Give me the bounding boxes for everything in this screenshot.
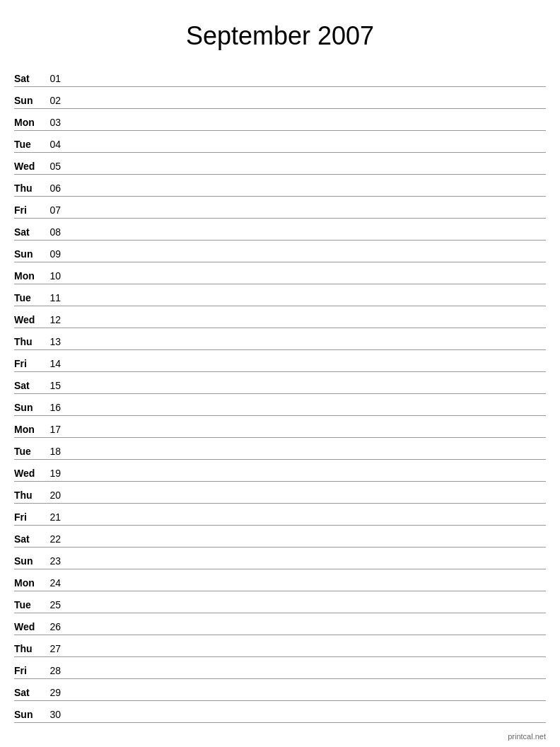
day-name: Sat bbox=[14, 226, 41, 238]
day-number: 03 bbox=[41, 117, 61, 129]
table-row: Wed19 bbox=[14, 460, 546, 482]
day-number: 10 bbox=[41, 270, 61, 282]
table-row: Sun23 bbox=[14, 548, 546, 569]
table-row: Wed12 bbox=[14, 306, 546, 328]
day-number: 20 bbox=[41, 490, 61, 502]
day-name: Sat bbox=[14, 380, 41, 392]
day-name: Sun bbox=[14, 248, 41, 260]
day-line bbox=[61, 501, 546, 502]
table-row: Tue25 bbox=[14, 591, 546, 613]
day-name: Sat bbox=[14, 687, 41, 699]
day-line bbox=[61, 720, 546, 721]
day-name: Sun bbox=[14, 555, 41, 567]
day-name: Tue bbox=[14, 599, 41, 611]
day-number: 22 bbox=[41, 533, 61, 545]
day-number: 27 bbox=[41, 643, 61, 655]
table-row: Mon24 bbox=[14, 569, 546, 591]
day-name: Wed bbox=[14, 468, 41, 480]
day-line bbox=[61, 676, 546, 677]
day-name: Fri bbox=[14, 204, 41, 216]
table-row: Tue18 bbox=[14, 438, 546, 460]
day-name: Sun bbox=[14, 709, 41, 721]
day-name: Thu bbox=[14, 183, 41, 195]
day-line bbox=[61, 413, 546, 414]
day-line bbox=[61, 479, 546, 480]
day-name: Mon bbox=[14, 270, 41, 282]
day-line bbox=[61, 654, 546, 655]
day-line bbox=[61, 106, 546, 107]
day-number: 30 bbox=[41, 709, 61, 721]
day-number: 17 bbox=[41, 424, 61, 436]
day-name: Sat bbox=[14, 73, 41, 85]
table-row: Sun16 bbox=[14, 394, 546, 416]
day-number: 05 bbox=[41, 161, 61, 173]
day-name: Mon bbox=[14, 424, 41, 436]
day-name: Fri bbox=[14, 358, 41, 370]
day-number: 21 bbox=[41, 511, 61, 523]
day-number: 13 bbox=[41, 336, 61, 348]
day-number: 25 bbox=[41, 599, 61, 611]
day-line bbox=[61, 84, 546, 85]
table-row: Fri21 bbox=[14, 504, 546, 526]
day-line bbox=[61, 325, 546, 326]
day-number: 02 bbox=[41, 95, 61, 107]
day-line bbox=[61, 282, 546, 282]
table-row: Sun09 bbox=[14, 241, 546, 262]
day-line bbox=[61, 369, 546, 370]
day-number: 08 bbox=[41, 226, 61, 238]
day-name: Mon bbox=[14, 577, 41, 589]
table-row: Thu20 bbox=[14, 482, 546, 504]
day-line bbox=[61, 391, 546, 392]
page-title: September 2007 bbox=[14, 14, 546, 51]
table-row: Sat29 bbox=[14, 679, 546, 701]
day-line bbox=[61, 698, 546, 699]
table-row: Fri28 bbox=[14, 657, 546, 679]
table-row: Thu13 bbox=[14, 328, 546, 350]
day-line bbox=[61, 260, 546, 260]
day-number: 18 bbox=[41, 446, 61, 458]
day-number: 23 bbox=[41, 555, 61, 567]
table-row: Thu06 bbox=[14, 175, 546, 197]
day-line bbox=[61, 347, 546, 348]
day-line bbox=[61, 435, 546, 436]
footer-text: printcal.net bbox=[508, 732, 546, 741]
table-row: Wed26 bbox=[14, 613, 546, 635]
day-line bbox=[61, 523, 546, 523]
table-row: Sun30 bbox=[14, 701, 546, 723]
day-number: 28 bbox=[41, 665, 61, 677]
day-line bbox=[61, 194, 546, 195]
table-row: Sat08 bbox=[14, 219, 546, 241]
day-name: Thu bbox=[14, 336, 41, 348]
day-line bbox=[61, 567, 546, 567]
day-number: 06 bbox=[41, 183, 61, 195]
table-row: Sun02 bbox=[14, 87, 546, 109]
day-line bbox=[61, 238, 546, 238]
table-row: Mon17 bbox=[14, 416, 546, 438]
day-line bbox=[61, 545, 546, 545]
day-number: 09 bbox=[41, 248, 61, 260]
table-row: Thu27 bbox=[14, 635, 546, 657]
day-name: Fri bbox=[14, 511, 41, 523]
day-number: 12 bbox=[41, 314, 61, 326]
day-line bbox=[61, 150, 546, 151]
day-name: Thu bbox=[14, 490, 41, 502]
day-name: Sun bbox=[14, 95, 41, 107]
day-number: 01 bbox=[41, 73, 61, 85]
table-row: Sat01 bbox=[14, 65, 546, 87]
day-name: Fri bbox=[14, 665, 41, 677]
day-line bbox=[61, 216, 546, 216]
table-row: Tue11 bbox=[14, 284, 546, 306]
day-number: 29 bbox=[41, 687, 61, 699]
day-name: Sat bbox=[14, 533, 41, 545]
day-number: 11 bbox=[41, 292, 61, 304]
day-line bbox=[61, 128, 546, 129]
day-name: Tue bbox=[14, 292, 41, 304]
day-number: 16 bbox=[41, 402, 61, 414]
day-number: 26 bbox=[41, 621, 61, 633]
table-row: Fri14 bbox=[14, 350, 546, 372]
day-number: 19 bbox=[41, 468, 61, 480]
day-line bbox=[61, 589, 546, 589]
day-name: Wed bbox=[14, 161, 41, 173]
table-row: Tue04 bbox=[14, 131, 546, 153]
table-row: Mon10 bbox=[14, 262, 546, 284]
